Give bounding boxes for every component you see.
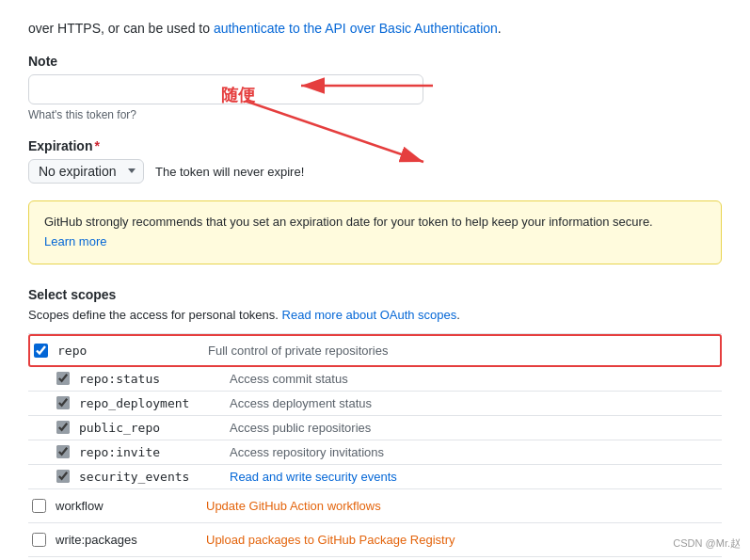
scope-row-repo: repo Full control of private repositorie… — [28, 334, 722, 367]
scope-checkbox-security-events[interactable] — [56, 470, 70, 483]
scope-name-repo-deployment: repo_deployment — [79, 396, 230, 410]
scope-desc-public-repo: Access public repositories — [230, 421, 718, 435]
scopes-desc: Scopes define the access for personal to… — [28, 308, 722, 322]
scope-desc-security-events: Read and write security events — [230, 470, 718, 484]
scope-name-public-repo: public_repo — [79, 421, 230, 435]
note-helper: What's this token for? — [28, 108, 722, 121]
expiration-label: Expiration* — [28, 138, 722, 153]
scope-checkbox-repo-deployment[interactable] — [56, 396, 70, 409]
scope-name-repo-status: repo:status — [79, 372, 230, 386]
scope-desc-workflow: Update GitHub Action workflows — [206, 499, 718, 513]
scope-row-workflow: workflow Update GitHub Action workflows — [28, 489, 722, 523]
scopes-table: repo Full control of private repositorie… — [28, 333, 722, 557]
expiration-row: No expiration 7 days 30 days 60 days 90 … — [28, 159, 722, 184]
expiration-select[interactable]: No expiration 7 days 30 days 60 days 90 … — [28, 159, 144, 184]
scopes-section: Select scopes Scopes define the access f… — [28, 287, 722, 557]
learn-more-link[interactable]: Learn more — [44, 234, 106, 248]
scope-desc-repo-invite: Access repository invitations — [230, 445, 718, 459]
scope-checkbox-public-repo[interactable] — [56, 421, 70, 434]
warning-box: GitHub strongly recommends that you set … — [28, 200, 722, 264]
scope-checkbox-repo-invite[interactable] — [56, 445, 70, 458]
note-label: Note — [28, 54, 722, 69]
scope-row-repo-invite: repo:invite Access repository invitation… — [28, 440, 722, 465]
scope-name-repo: repo — [57, 344, 208, 358]
scope-name-write-packages: write:packages — [56, 533, 206, 547]
scope-name-repo-invite: repo:invite — [79, 445, 230, 459]
scope-checkbox-repo[interactable] — [34, 344, 48, 358]
scope-row-public-repo: public_repo Access public repositories — [28, 416, 722, 440]
auth-link[interactable]: authenticate to the API over Basic Authe… — [214, 21, 498, 36]
scope-name-security-events: security_events — [79, 470, 230, 484]
scope-row-repo-status: repo:status Access commit status — [28, 367, 722, 392]
oauth-scopes-link[interactable]: Read more about OAuth scopes — [282, 308, 457, 322]
scope-desc-repo-deployment: Access deployment status — [230, 396, 718, 410]
scope-desc-repo: Full control of private repositories — [208, 344, 716, 358]
intro-text: over HTTPS, or can be used to authentica… — [28, 19, 722, 39]
scopes-label: Select scopes — [28, 287, 722, 302]
scope-row-repo-deployment: repo_deployment Access deployment status — [28, 392, 722, 416]
scope-row-security-events: security_events Read and write security … — [28, 465, 722, 489]
scope-row-write-packages: write:packages Upload packages to GitHub… — [28, 523, 722, 557]
required-star: * — [94, 138, 99, 153]
scope-desc-repo-status: Access commit status — [230, 372, 718, 386]
scope-desc-write-packages: Upload packages to GitHub Package Regist… — [206, 533, 718, 547]
watermark: CSDN @Mr.赵 — [673, 536, 741, 551]
expiration-section: Expiration* No expiration 7 days 30 days… — [28, 138, 722, 184]
warning-text: GitHub strongly recommends that you set … — [44, 215, 653, 229]
scope-checkbox-workflow[interactable] — [32, 499, 46, 513]
expiration-hint: The token will never expire! — [155, 165, 304, 179]
scope-checkbox-repo-status[interactable] — [56, 372, 70, 385]
annotation-text: 随便 — [221, 84, 255, 106]
scope-checkbox-write-packages[interactable] — [32, 533, 46, 547]
scope-name-workflow: workflow — [56, 499, 206, 513]
